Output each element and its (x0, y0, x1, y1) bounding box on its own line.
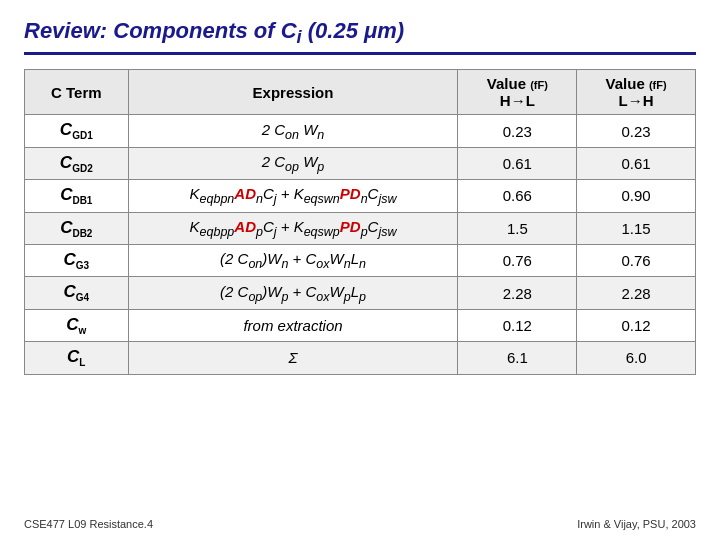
cell-value-hl: 1.5 (458, 212, 577, 244)
table-row: CGD12 Con Wn0.230.23 (25, 115, 696, 147)
cell-cterm: CG3 (25, 244, 129, 276)
page-title: Review: Components of Ci (0.25 μm) (24, 18, 696, 55)
cell-value-hl: 0.12 (458, 309, 577, 341)
cell-value-hl: 6.1 (458, 342, 577, 374)
cell-expression: KeqbpnADnCj + KeqswnPDnCjsw (128, 180, 458, 212)
cell-cterm: Cw (25, 309, 129, 341)
cell-cterm: CG4 (25, 277, 129, 309)
cell-value-lh: 0.12 (577, 309, 696, 341)
footer-right: Irwin & Vijay, PSU, 2003 (577, 518, 696, 530)
col-value-lh-header: Value (fF)L→H (577, 70, 696, 115)
table-row: CG4(2 Cop)Wp + CoxWpLp2.282.28 (25, 277, 696, 309)
cell-expression: KeqbppADpCj + KeqswpPDpCjsw (128, 212, 458, 244)
cell-expression: (2 Con)Wn + CoxWnLn (128, 244, 458, 276)
footer-left: CSE477 L09 Resistance.4 (24, 518, 153, 530)
table-row: CLΣ6.16.0 (25, 342, 696, 374)
cell-value-hl: 0.76 (458, 244, 577, 276)
cell-expression: from extraction (128, 309, 458, 341)
cell-value-lh: 0.23 (577, 115, 696, 147)
cell-value-hl: 0.23 (458, 115, 577, 147)
page: Review: Components of Ci (0.25 μm) C Ter… (0, 0, 720, 540)
cell-expression: 2 Con Wn (128, 115, 458, 147)
cell-value-lh: 0.76 (577, 244, 696, 276)
footer: CSE477 L09 Resistance.4 Irwin & Vijay, P… (24, 512, 696, 530)
cell-expression: 2 Cop Wp (128, 147, 458, 179)
table-row: CGD22 Cop Wp0.610.61 (25, 147, 696, 179)
cell-cterm: CDB1 (25, 180, 129, 212)
col-expression-header: Expression (128, 70, 458, 115)
cell-cterm: CGD2 (25, 147, 129, 179)
components-table: C Term Expression Value (fF)H→L Value (f… (24, 69, 696, 374)
cell-cterm: CL (25, 342, 129, 374)
cell-value-lh: 1.15 (577, 212, 696, 244)
col-value-hl-header: Value (fF)H→L (458, 70, 577, 115)
cell-value-hl: 0.66 (458, 180, 577, 212)
cell-expression: (2 Cop)Wp + CoxWpLp (128, 277, 458, 309)
cell-value-hl: 2.28 (458, 277, 577, 309)
cell-expression: Σ (128, 342, 458, 374)
cell-cterm: CDB2 (25, 212, 129, 244)
cell-value-lh: 0.90 (577, 180, 696, 212)
table-row: Cwfrom extraction0.120.12 (25, 309, 696, 341)
cell-cterm: CGD1 (25, 115, 129, 147)
cell-value-lh: 6.0 (577, 342, 696, 374)
cell-value-hl: 0.61 (458, 147, 577, 179)
cell-value-lh: 2.28 (577, 277, 696, 309)
cell-value-lh: 0.61 (577, 147, 696, 179)
col-cterm-header: C Term (25, 70, 129, 115)
table-row: CG3(2 Con)Wn + CoxWnLn0.760.76 (25, 244, 696, 276)
table-row: CDB2KeqbppADpCj + KeqswpPDpCjsw1.51.15 (25, 212, 696, 244)
table-row: CDB1KeqbpnADnCj + KeqswnPDnCjsw0.660.90 (25, 180, 696, 212)
